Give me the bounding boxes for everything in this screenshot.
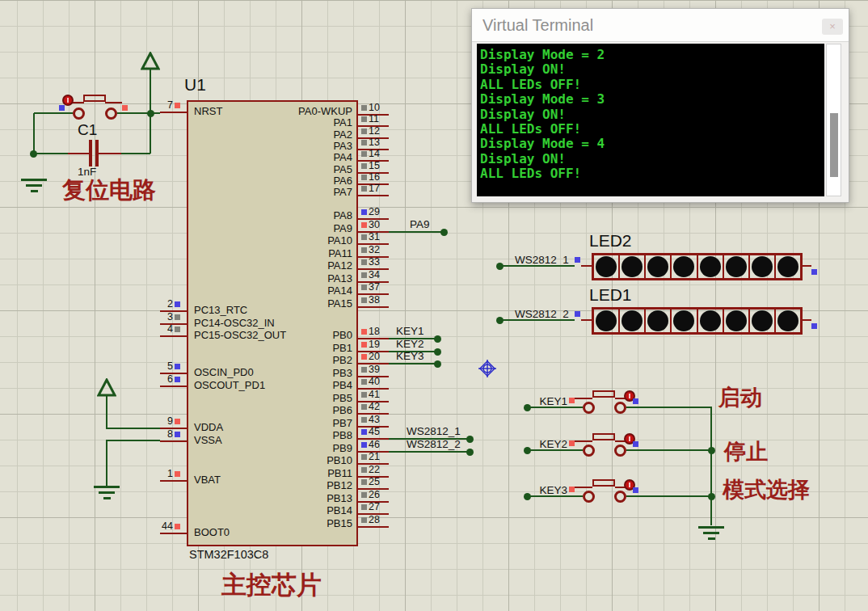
wire-segment [503,265,575,267]
pin-number: 16 [369,171,380,183]
pin-state-square [59,105,65,111]
pin-number: 11 [369,113,379,124]
led-cell [672,255,697,278]
pin-state-square [361,429,367,435]
pin-state-square [175,471,180,477]
ws2812-led-strip[interactable] [592,253,803,280]
virtual-terminal-window[interactable]: Virtual Terminal × Display Mode = 2Displ… [471,8,849,203]
pin-number: 5 [144,360,173,372]
pin-state-square [575,257,580,263]
pin-number: 37 [369,281,380,293]
terminal-line: ALL LEDs OFF! [480,78,824,92]
led-cell [594,310,620,332]
pin-state-square [361,259,367,265]
pin-stub [358,306,389,308]
pin-number: 34 [369,269,380,280]
pin-state-square [361,284,367,290]
pin-number: 25 [369,476,380,487]
pin-stub [575,440,592,442]
pin-number: 30 [369,219,380,230]
pin-stub [358,526,389,528]
pin-state-square [361,247,367,253]
pin-state-square [361,222,367,228]
pin-stub [358,195,389,196]
chip-reference: U1 [184,75,206,95]
led-lens [596,256,617,277]
wire-segment [626,449,711,451]
button-terminal [583,402,595,414]
pin-name-pb1: PB1 [194,343,352,355]
led-lens [700,310,721,331]
net-label: KEY3 [535,484,567,497]
terminal-line: Display ON! [480,107,824,122]
push-button-actuator[interactable] [62,95,74,106]
pin-state-square [361,163,367,169]
pin-state-square [175,364,180,369]
terminal-title: Virtual Terminal [482,16,593,35]
led-cell [620,255,646,278]
capacitor-value: 1nF [78,166,96,179]
terminal-line: ALL LEDs OFF! [480,122,824,137]
pin-stub [803,319,811,321]
key-caption: 模式选择 [723,478,810,503]
ground-symbol [31,190,38,192]
terminal-scrollbar[interactable] [826,44,841,196]
pin-name-pa6: PA6 [194,175,352,188]
led-lens [777,256,798,277]
pin-number: 31 [369,231,380,242]
pin-stub [160,112,188,113]
pin-number: 13 [369,137,380,148]
pin-stub [581,319,592,321]
scrollbar-thumb[interactable] [830,113,838,177]
pin-name-pa8: PA8 [194,210,352,222]
pin-name-pa4: PA4 [194,152,352,164]
led-cell [698,255,724,278]
button-terminal [583,491,595,503]
pin-stub [160,440,188,442]
pin-name-pa2: PA2 [194,129,352,141]
ws2812-led-strip[interactable] [592,307,803,335]
terminal-line: ALL LEDs OFF! [480,166,824,181]
pin-state-square [175,419,180,424]
led-cell [724,310,750,332]
capacitor-plate[interactable] [95,140,99,166]
pin-state-square [361,404,367,410]
pin-state-square [361,504,367,510]
led-cell [724,255,750,278]
junction-dot [708,447,715,454]
terminal-line: Display Mode = 2 [480,48,824,62]
led-cell [646,310,672,332]
wire-segment [34,153,68,154]
wire-segment [106,428,160,429]
net-label: PA9 [410,218,430,231]
close-icon[interactable]: × [822,19,843,35]
led-lens [752,256,773,277]
capacitor-plate[interactable] [89,140,92,166]
pin-state-square [575,311,580,317]
button-terminal [614,402,626,414]
pin-state-square [361,417,367,423]
button-terminal [73,107,85,120]
led-lens [596,310,617,331]
wire-segment [710,407,712,525]
pin-state-square [175,327,180,332]
wire-segment [626,495,711,497]
junction-dot [466,436,474,443]
pin-number: 26 [369,489,380,500]
pin-number: 12 [369,125,380,137]
ground-symbol [703,532,719,534]
pin-stub [581,265,592,267]
schematic-canvas: U1 STM32F103C8 主控芯片 复位电路 C1 1nF 10PA0-WK… [0,0,868,611]
pin-stub [575,398,592,399]
net-label: KEY1 [535,395,567,408]
wire-segment [33,113,35,154]
ground-symbol [708,537,715,540]
wire-segment [389,363,437,364]
pin-number: 19 [369,339,380,350]
pin-name-vssa: VSSA [194,435,222,447]
pin-number: 10 [369,102,380,113]
terminal-titlebar[interactable]: Virtual Terminal × [472,9,849,42]
pin-number: 28 [369,514,380,525]
pin-state-square [175,103,180,108]
pin-state-square [361,105,367,111]
